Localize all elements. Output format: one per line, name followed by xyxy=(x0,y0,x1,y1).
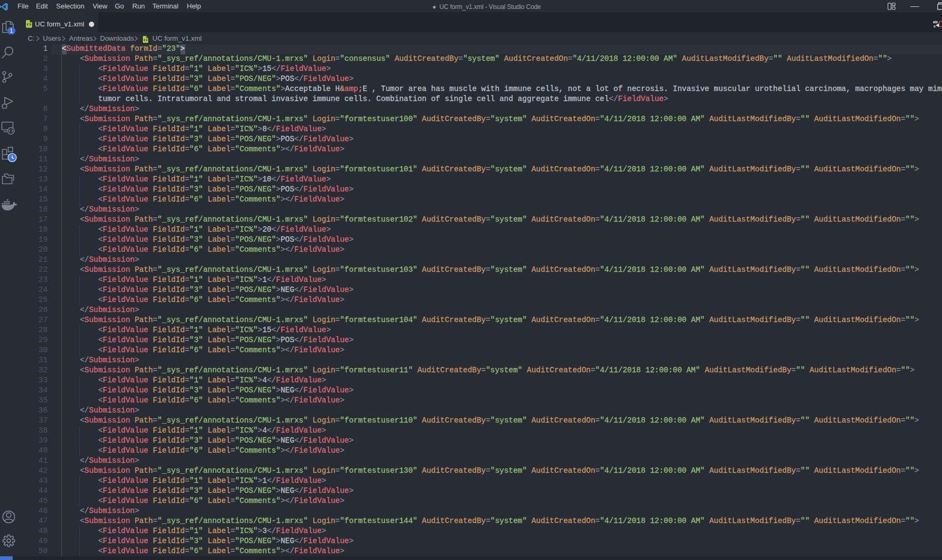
svg-text:1: 1 xyxy=(10,27,13,34)
